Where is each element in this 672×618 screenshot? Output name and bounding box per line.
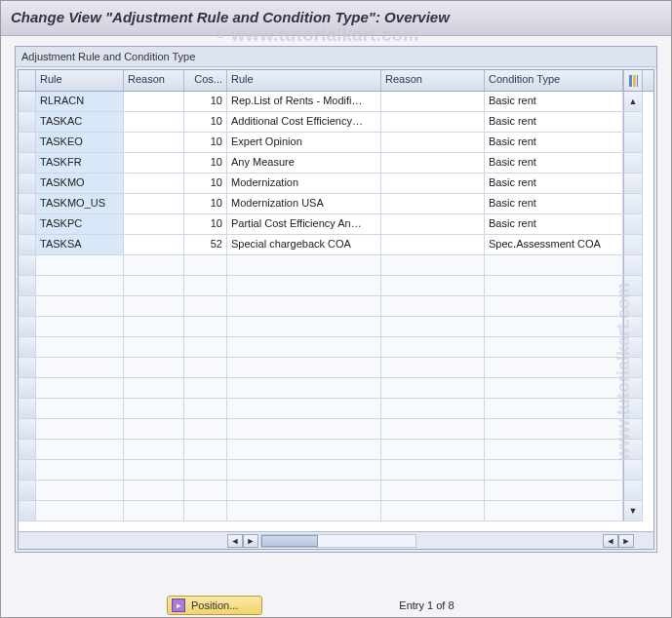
cell-rule[interactable]: TASKEO xyxy=(36,133,124,153)
cell-rule[interactable] xyxy=(36,296,124,317)
table-row[interactable]: TASKPC10Partial Cost Efficiency An…Basic… xyxy=(19,214,653,235)
cell-rule[interactable]: TASKFR xyxy=(36,153,124,174)
table-row[interactable] xyxy=(19,255,653,276)
cell-rule[interactable]: RLRACN xyxy=(36,92,124,112)
cell-rule[interactable] xyxy=(36,481,124,501)
row-handle[interactable] xyxy=(19,92,36,112)
cell-reason2[interactable] xyxy=(381,501,485,521)
cell-reason2[interactable] xyxy=(381,276,485,296)
cell-cond[interactable] xyxy=(485,296,623,317)
cell-cond[interactable]: Basic rent xyxy=(485,194,623,214)
cell-cond[interactable] xyxy=(485,337,623,358)
cell-cond[interactable]: Basic rent xyxy=(485,153,623,174)
scroll-left-outer-button[interactable]: ◄ xyxy=(603,534,618,548)
cell-reason2[interactable] xyxy=(381,317,485,337)
cell-ruledesc[interactable] xyxy=(227,317,381,337)
cell-cos[interactable] xyxy=(184,358,227,378)
cell-reason2[interactable] xyxy=(381,378,485,399)
cell-reason[interactable] xyxy=(124,112,184,133)
cell-reason[interactable] xyxy=(124,399,184,419)
cell-reason[interactable] xyxy=(124,92,184,112)
row-handle[interactable] xyxy=(19,501,36,521)
table-row[interactable]: RLRACN10Rep.List of Rents - Modifi…Basic… xyxy=(19,92,653,112)
cell-cos[interactable]: 10 xyxy=(184,174,227,194)
position-button[interactable]: ▸ Position... xyxy=(167,596,262,615)
table-row[interactable] xyxy=(19,419,653,440)
cell-reason2[interactable] xyxy=(381,153,485,174)
cell-rule[interactable] xyxy=(36,317,124,337)
cell-cond[interactable]: Basic rent xyxy=(485,174,623,194)
cell-reason2[interactable] xyxy=(381,460,485,481)
cell-ruledesc[interactable] xyxy=(227,296,381,317)
cell-cos[interactable]: 52 xyxy=(184,235,227,255)
cell-reason2[interactable] xyxy=(381,112,485,133)
cell-reason2[interactable] xyxy=(381,481,485,501)
col-header-rule[interactable]: Rule xyxy=(36,70,124,91)
row-handle[interactable] xyxy=(19,358,36,378)
cell-cond[interactable] xyxy=(485,255,623,276)
table-row[interactable] xyxy=(19,399,653,419)
cell-ruledesc[interactable]: Rep.List of Rents - Modifi… xyxy=(227,92,381,112)
row-handle[interactable] xyxy=(19,133,36,153)
cell-rule[interactable]: TASKPC xyxy=(36,214,124,235)
table-row[interactable] xyxy=(19,358,653,378)
cell-cos[interactable]: 10 xyxy=(184,92,227,112)
row-handle[interactable] xyxy=(19,214,36,235)
cell-reason2[interactable] xyxy=(381,440,485,460)
config-columns-icon[interactable] xyxy=(623,70,643,91)
cell-reason2[interactable] xyxy=(381,419,485,440)
cell-cond[interactable]: Basic rent xyxy=(485,133,623,153)
cell-cond[interactable] xyxy=(485,399,623,419)
cell-cos[interactable]: 10 xyxy=(184,194,227,214)
cell-reason2[interactable] xyxy=(381,214,485,235)
cell-ruledesc[interactable]: Partial Cost Efficiency An… xyxy=(227,214,381,235)
cell-ruledesc[interactable]: Additional Cost Efficiency… xyxy=(227,112,381,133)
cell-reason[interactable] xyxy=(124,481,184,501)
cell-cond[interactable] xyxy=(485,460,623,481)
table-row[interactable]: TASKMO10ModernizationBasic rent xyxy=(19,174,653,194)
cell-cos[interactable]: 10 xyxy=(184,214,227,235)
table-row[interactable] xyxy=(19,460,653,481)
row-handle[interactable] xyxy=(19,153,36,174)
cell-reason[interactable] xyxy=(124,174,184,194)
cell-rule[interactable]: TASKSA xyxy=(36,235,124,255)
cell-reason2[interactable] xyxy=(381,92,485,112)
row-handle[interactable] xyxy=(19,255,36,276)
row-handle[interactable] xyxy=(19,276,36,296)
cell-rule[interactable]: TASKMO xyxy=(36,174,124,194)
cell-reason[interactable] xyxy=(124,194,184,214)
cell-rule[interactable] xyxy=(36,358,124,378)
row-handle[interactable] xyxy=(19,235,36,255)
cell-reason[interactable] xyxy=(124,235,184,255)
row-handle[interactable] xyxy=(19,460,36,481)
h-scroll-thumb-inner[interactable] xyxy=(261,535,318,547)
cell-ruledesc[interactable] xyxy=(227,399,381,419)
row-handle[interactable] xyxy=(19,317,36,337)
col-header-reason2[interactable]: Reason xyxy=(381,70,485,91)
cell-rule[interactable]: TASKAC xyxy=(36,112,124,133)
table-row[interactable]: TASKAC10Additional Cost Efficiency…Basic… xyxy=(19,112,653,133)
table-row[interactable]: TASKFR10Any MeasureBasic rent xyxy=(19,153,653,174)
table-row[interactable] xyxy=(19,276,653,296)
cell-cos[interactable] xyxy=(184,317,227,337)
table-row[interactable] xyxy=(19,337,653,358)
cell-reason2[interactable] xyxy=(381,174,485,194)
cell-ruledesc[interactable] xyxy=(227,378,381,399)
scroll-left-inner-button[interactable]: ◄ xyxy=(227,534,243,548)
row-handle[interactable] xyxy=(19,296,36,317)
cell-ruledesc[interactable] xyxy=(227,337,381,358)
row-handle[interactable] xyxy=(19,440,36,460)
row-handle[interactable] xyxy=(19,378,36,399)
cell-reason[interactable] xyxy=(124,337,184,358)
cell-reason2[interactable] xyxy=(381,194,485,214)
cell-cond[interactable] xyxy=(485,419,623,440)
cell-cos[interactable] xyxy=(184,337,227,358)
cell-rule[interactable] xyxy=(36,440,124,460)
cell-cos[interactable] xyxy=(184,296,227,317)
scroll-up-button[interactable]: ▲ xyxy=(623,92,643,112)
cell-cond[interactable]: Basic rent xyxy=(485,92,623,112)
cell-ruledesc[interactable] xyxy=(227,276,381,296)
cell-ruledesc[interactable]: Modernization USA xyxy=(227,194,381,214)
table-row[interactable]: TASKMO_US10Modernization USABasic rent xyxy=(19,194,653,214)
cell-cos[interactable]: 10 xyxy=(184,112,227,133)
